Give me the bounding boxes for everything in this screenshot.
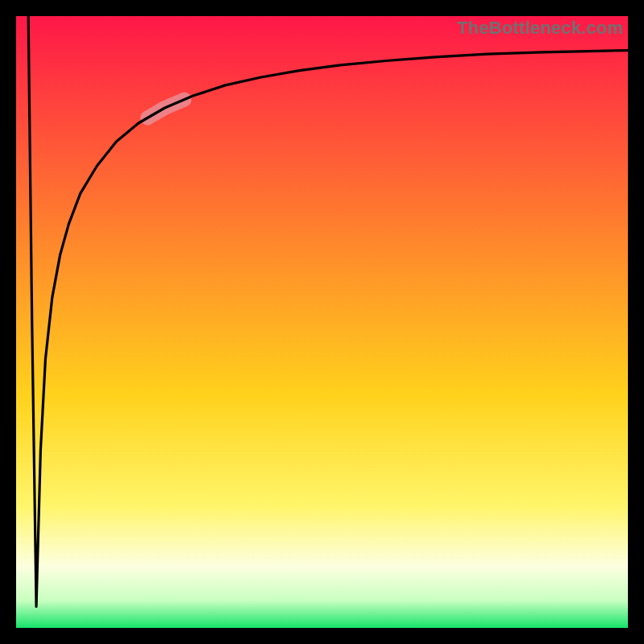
chart-canvas [16, 16, 628, 628]
chart-frame: TheBottleneck.com [0, 0, 644, 644]
gradient-background [16, 16, 628, 628]
plot-area: TheBottleneck.com [16, 16, 628, 628]
